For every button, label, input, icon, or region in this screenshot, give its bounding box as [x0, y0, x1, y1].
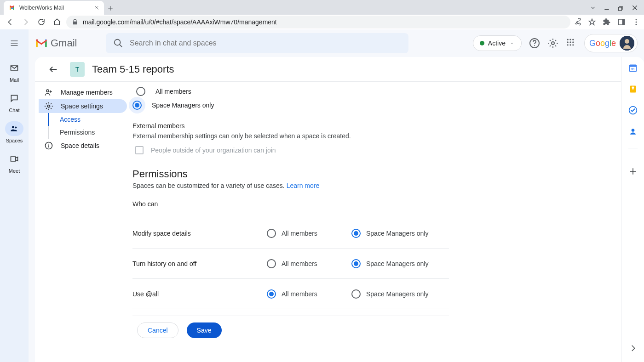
- close-icon[interactable]: [94, 5, 99, 11]
- url-text: mail.google.com/mail/u/0/#chat/space/AAA…: [83, 18, 277, 26]
- gmail-favicon: [8, 4, 16, 11]
- window-close-icon[interactable]: [631, 4, 638, 11]
- new-tab-button[interactable]: [104, 2, 117, 15]
- radio-row-all[interactable]: All members: [132, 85, 449, 98]
- svg-text:31: 31: [631, 67, 634, 71]
- svg-point-12: [569, 39, 571, 40]
- search-input[interactable]: [130, 39, 401, 47]
- external-subtext: External membership settings can only be…: [132, 132, 449, 140]
- collapse-panel-button[interactable]: [624, 339, 642, 357]
- right-side-panel: 31: [621, 57, 644, 362]
- svg-point-23: [48, 105, 50, 107]
- search-bar[interactable]: [106, 33, 408, 53]
- option-label: All members: [282, 230, 317, 237]
- lock-icon: [72, 19, 78, 25]
- svg-point-13: [572, 39, 574, 40]
- account-chip[interactable]: Google: [584, 34, 638, 52]
- rail-item-chat[interactable]: Chat: [5, 91, 23, 113]
- option-label: Space Managers only: [366, 230, 428, 237]
- rail-item-mail[interactable]: Mail: [5, 61, 23, 83]
- browser-tab[interactable]: WolberWorks Mail: [4, 1, 104, 15]
- home-icon[interactable]: [51, 16, 63, 28]
- space-avatar: T: [70, 62, 85, 77]
- radio-icon[interactable]: [351, 289, 361, 299]
- checkbox-label: People outside of your organization can …: [151, 147, 276, 154]
- permission-option-mgr[interactable]: Space Managers only: [351, 289, 436, 299]
- radio-row-mgr[interactable]: Space Managers only: [132, 98, 449, 112]
- star-icon[interactable]: [588, 18, 596, 26]
- svg-point-5: [12, 126, 14, 128]
- settings-content: All members Space Managers only External…: [127, 82, 621, 362]
- extensions-icon[interactable]: [603, 18, 611, 26]
- settings-nav: Manage members Space settings Access Per…: [35, 82, 127, 362]
- permission-option-all[interactable]: All members: [267, 289, 351, 299]
- radio-icon[interactable]: [351, 229, 361, 238]
- sidepanel-icon[interactable]: [617, 18, 626, 26]
- subnav-permissions[interactable]: Permissions: [48, 126, 127, 139]
- contacts-icon[interactable]: [628, 127, 638, 136]
- minimize-icon[interactable]: [604, 5, 610, 11]
- rail-item-meet[interactable]: Meet: [5, 152, 23, 174]
- help-icon[interactable]: [529, 38, 540, 49]
- chevron-down-icon[interactable]: [590, 5, 596, 11]
- svg-rect-27: [629, 65, 636, 67]
- save-button[interactable]: Save: [187, 322, 222, 338]
- back-icon[interactable]: [4, 16, 17, 28]
- permission-option-mgr[interactable]: Space Managers only: [351, 229, 436, 238]
- radio-label: All members: [155, 88, 191, 95]
- svg-point-11: [567, 39, 568, 40]
- radio-icon[interactable]: [351, 259, 361, 268]
- permission-option-all[interactable]: All members: [267, 229, 351, 238]
- who-can-heading: Who can: [132, 200, 449, 208]
- option-label: All members: [282, 290, 317, 298]
- nav-space-details[interactable]: Space details: [39, 139, 127, 153]
- permission-option-mgr[interactable]: Space Managers only: [351, 259, 436, 268]
- radio-label: Space Managers only: [152, 102, 214, 109]
- reload-icon[interactable]: [35, 16, 48, 28]
- option-label: Space Managers only: [366, 260, 428, 267]
- rail-label-spaces: Spaces: [6, 138, 23, 143]
- kebab-icon[interactable]: [632, 18, 640, 26]
- apps-grid-icon[interactable]: [566, 38, 577, 49]
- calendar-icon[interactable]: 31: [628, 63, 638, 73]
- restore-icon[interactable]: [617, 5, 624, 11]
- radio-icon[interactable]: [267, 229, 276, 238]
- subnav-access[interactable]: Access: [48, 113, 127, 126]
- hamburger-icon[interactable]: [5, 34, 23, 52]
- learn-more-link[interactable]: Learn more: [287, 182, 320, 189]
- nav-space-settings[interactable]: Space settings: [39, 99, 127, 113]
- header-right: Active Google: [473, 34, 638, 52]
- google-wordmark: Google: [589, 39, 616, 48]
- rail-label-mail: Mail: [10, 77, 19, 83]
- rail-label-meet: Meet: [9, 168, 20, 174]
- chevron-down-icon: [509, 40, 515, 46]
- footer-bar: Cancel Save: [132, 316, 449, 345]
- option-label: All members: [282, 260, 317, 267]
- cancel-button[interactable]: Cancel: [137, 322, 178, 338]
- nav-label: Manage members: [61, 89, 113, 96]
- status-label: Active: [488, 40, 506, 47]
- gear-icon[interactable]: [547, 38, 558, 49]
- gmail-logo[interactable]: Gmail: [35, 37, 98, 49]
- permission-option-all[interactable]: All members: [267, 259, 351, 268]
- tab-strip: WolberWorks Mail: [0, 0, 644, 15]
- svg-rect-1: [622, 19, 625, 25]
- add-addon-button[interactable]: [624, 162, 642, 181]
- status-chip[interactable]: Active: [473, 35, 522, 51]
- radio-icon[interactable]: [267, 259, 276, 268]
- keep-icon[interactable]: [628, 85, 638, 94]
- nav-manage-members[interactable]: Manage members: [39, 85, 127, 99]
- option-label: Space Managers only: [366, 290, 428, 298]
- rail-item-spaces[interactable]: Spaces: [5, 121, 23, 143]
- radio-icon[interactable]: [132, 101, 142, 110]
- status-dot-icon: [480, 41, 484, 45]
- svg-point-10: [552, 42, 554, 45]
- back-arrow-button[interactable]: [44, 60, 63, 79]
- tasks-icon[interactable]: [628, 106, 638, 115]
- radio-icon[interactable]: [136, 87, 145, 96]
- radio-icon[interactable]: [267, 289, 276, 299]
- svg-point-18: [569, 44, 571, 45]
- share-icon[interactable]: [573, 18, 581, 26]
- app-root: Mail Chat Spaces Meet Gmail: [0, 29, 644, 362]
- address-bar[interactable]: mail.google.com/mail/u/0/#chat/space/AAA…: [66, 16, 570, 28]
